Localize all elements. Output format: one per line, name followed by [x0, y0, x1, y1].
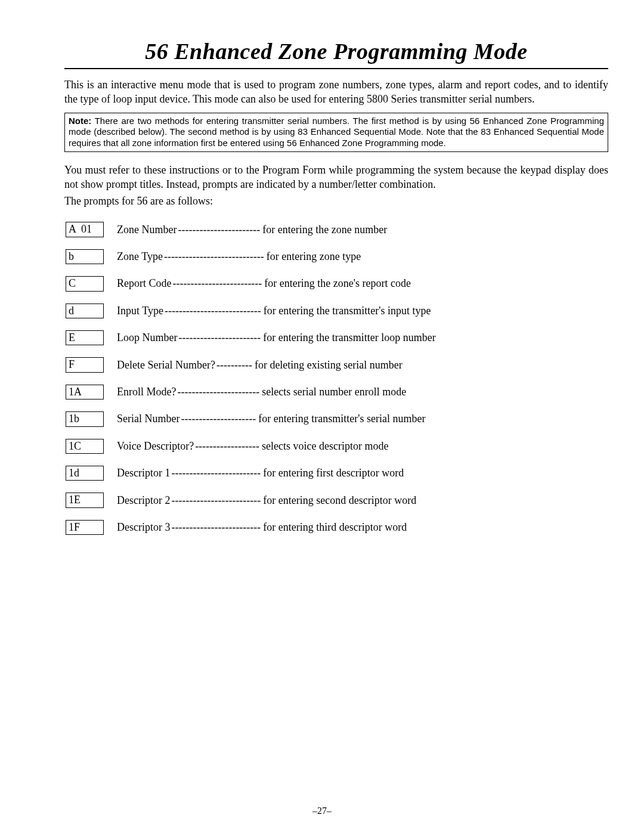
- prompt-label: Voice Descriptor?: [117, 440, 194, 453]
- prompt-dashes: ---------------------: [181, 413, 256, 425]
- prompt-row: bZone Type ---------------------------- …: [66, 249, 608, 264]
- prompt-code: 1A: [66, 385, 104, 400]
- prompt-list: A 01Zone Number ----------------------- …: [66, 222, 608, 535]
- instructions-paragraph: You must refer to these instructions or …: [64, 163, 608, 192]
- prompt-code: C: [66, 276, 104, 291]
- prompts-lead: The prompts for 56 are as follows:: [64, 195, 608, 208]
- intro-paragraph: This is an interactive menu mode that is…: [64, 78, 608, 107]
- prompt-label: Descriptor 3: [117, 521, 170, 534]
- prompt-desc: for entering the transmitter loop number: [263, 332, 435, 344]
- prompt-dashes: ----------: [216, 359, 252, 371]
- document-page: 56 Enhanced Zone Programming Mode This i…: [0, 0, 644, 833]
- prompt-row: dInput Type --------------------------- …: [66, 304, 608, 318]
- prompt-code: 1C: [66, 439, 104, 454]
- prompt-row: 1EDescriptor 2 -------------------------…: [66, 493, 608, 507]
- prompt-code: d: [66, 304, 104, 318]
- prompt-row: 1AEnroll Mode? ----------------------- s…: [66, 385, 608, 400]
- page-title: 56 Enhanced Zone Programming Mode: [64, 38, 608, 64]
- prompt-code: 1b: [66, 411, 104, 426]
- prompt-code: b: [66, 249, 104, 264]
- prompt-row: FDelete Serial Number? ---------- for de…: [66, 357, 608, 372]
- note-text: There are two methods for entering trans…: [69, 116, 604, 148]
- prompt-label: Report Code: [117, 277, 172, 290]
- prompt-row: A 01Zone Number ----------------------- …: [66, 222, 608, 237]
- prompt-label: Delete Serial Number?: [117, 359, 215, 371]
- prompt-desc: selects voice descriptor mode: [262, 440, 388, 453]
- prompt-desc: for entering the zone's report code: [264, 277, 411, 290]
- prompt-desc: selects serial number enroll mode: [262, 386, 406, 398]
- prompt-dashes: -------------------------: [171, 467, 261, 479]
- prompt-label: Input Type: [117, 305, 163, 317]
- prompt-desc: for deleting existing serial number: [255, 359, 402, 371]
- prompt-desc: for entering the transmitter's input typ…: [264, 305, 431, 317]
- prompt-label: Zone Type: [117, 250, 163, 263]
- prompt-dashes: ---------------------------: [165, 305, 261, 317]
- prompt-code: 1E: [66, 493, 104, 507]
- prompt-code: 1d: [66, 466, 104, 481]
- prompt-label: Zone Number: [117, 224, 177, 236]
- prompt-code: E: [66, 330, 104, 345]
- prompt-dashes: -------------------------: [173, 277, 262, 290]
- prompt-row: 1CVoice Descriptor? ------------------ s…: [66, 439, 608, 454]
- prompt-row: 1bSerial Number --------------------- fo…: [66, 411, 608, 426]
- prompt-desc: for entering first descriptor word: [263, 467, 404, 479]
- prompt-row: ELoop Number ----------------------- for…: [66, 330, 608, 345]
- note-box: Note: There are two methods for entering…: [64, 113, 608, 152]
- prompt-desc: for entering third descriptor word: [263, 521, 407, 534]
- prompt-dashes: ----------------------------: [164, 250, 264, 263]
- prompt-dashes: -----------------------: [178, 332, 261, 344]
- prompt-dashes: -------------------------: [171, 521, 261, 534]
- prompt-desc: for entering transmitter's serial number: [258, 413, 425, 425]
- prompt-desc: for entering second descriptor word: [263, 494, 416, 507]
- prompt-dashes: -----------------------: [177, 386, 259, 398]
- prompt-row: 1FDescriptor 3 -------------------------…: [66, 520, 608, 535]
- prompt-row: CReport Code ------------------------- f…: [66, 276, 608, 291]
- prompt-row: 1dDescriptor 1 -------------------------…: [66, 466, 608, 481]
- prompt-label: Descriptor 2: [117, 494, 170, 507]
- prompt-dashes: ------------------: [195, 440, 259, 453]
- prompt-label: Serial Number: [117, 413, 179, 425]
- prompt-label: Enroll Mode?: [117, 386, 176, 398]
- prompt-label: Loop Number: [117, 332, 177, 344]
- note-label: Note:: [69, 116, 91, 126]
- prompt-code: 1F: [66, 520, 104, 535]
- prompt-desc: for entering zone type: [267, 250, 361, 263]
- prompt-label: Descriptor 1: [117, 467, 170, 479]
- title-rule: [64, 68, 608, 69]
- prompt-desc: for entering the zone number: [262, 224, 387, 236]
- page-number: –27–: [0, 806, 644, 816]
- prompt-dashes: -------------------------: [171, 494, 261, 507]
- prompt-code: F: [66, 357, 104, 372]
- prompt-code: A 01: [66, 222, 104, 237]
- prompt-dashes: -----------------------: [178, 224, 260, 236]
